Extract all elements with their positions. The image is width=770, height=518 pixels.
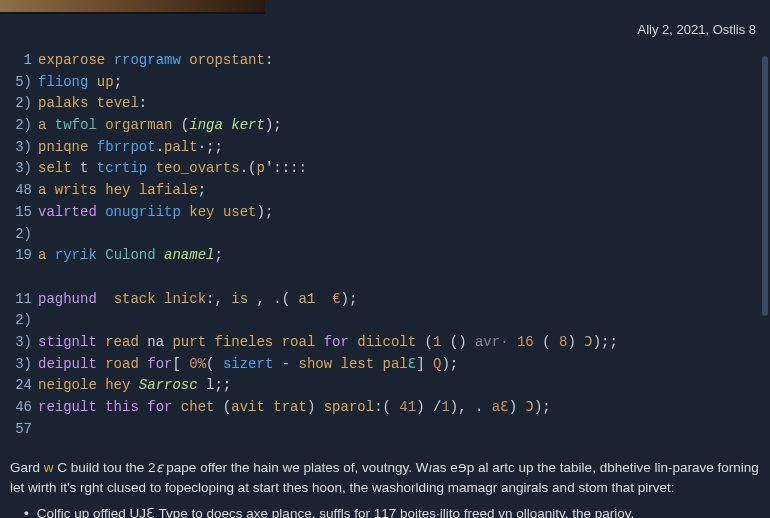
code-token: sparol	[324, 399, 374, 415]
code-token: palaks	[38, 95, 88, 111]
code-token: 1	[441, 399, 449, 415]
code-token	[88, 74, 96, 90]
code-line: 19a ryrik Culond anamel;	[10, 245, 760, 267]
code-token: exparose	[38, 52, 105, 68]
line-number: 2)	[10, 115, 32, 137]
code-line: 2)palaks tevel:	[10, 93, 760, 115]
code-token: writs	[55, 182, 97, 198]
code-token: lest	[341, 356, 375, 372]
code-token: ;	[214, 247, 222, 263]
code-token: Sarrosc	[139, 377, 198, 393]
code-token	[46, 182, 54, 198]
scrollbar-thumb[interactable]	[762, 56, 768, 316]
code-token: hey	[105, 182, 130, 198]
code-token: for	[147, 356, 172, 372]
code-token: ryrik	[55, 247, 97, 263]
code-token: is	[231, 291, 248, 307]
article-paragraph: Gard w C build tou the 2ɛ pape offer the…	[10, 458, 760, 518]
code-token: Ɔ	[584, 334, 592, 350]
code-token: €	[332, 291, 340, 307]
code-line: 3)stignlt read na purt fineles roal for …	[10, 332, 760, 354]
code-token: this	[105, 399, 139, 415]
code-token: l;;	[198, 377, 232, 393]
code-token: rrogramw	[114, 52, 181, 68]
code-token: (	[172, 117, 189, 133]
line-number: 15	[10, 202, 32, 224]
code-line: 2)	[10, 310, 760, 332]
code-token: fliong	[38, 74, 88, 90]
code-token: t	[72, 160, 97, 176]
code-token: reigult	[38, 399, 97, 415]
code-token: , .(	[248, 291, 298, 307]
line-number: 2)	[10, 93, 32, 115]
line-number: 11	[10, 289, 32, 311]
code-token: roal	[282, 334, 316, 350]
code-token	[97, 399, 105, 415]
line-number: 3)	[10, 137, 32, 159]
code-token: onugriitp	[105, 204, 181, 220]
code-token: .	[156, 139, 164, 155]
line-number: 1	[10, 50, 32, 72]
code-token	[172, 399, 180, 415]
line-number: 48	[10, 180, 32, 202]
code-token: ()	[441, 334, 475, 350]
code-token: );	[341, 291, 358, 307]
code-token: tcrtip	[97, 160, 147, 176]
code-token	[88, 139, 96, 155]
code-token: chet	[181, 399, 215, 415]
code-token	[130, 377, 138, 393]
code-token: for	[147, 399, 172, 415]
line-number: 2)	[10, 224, 32, 246]
code-token: trat	[273, 399, 307, 415]
code-token	[97, 247, 105, 263]
code-token	[374, 356, 382, 372]
code-token: );	[534, 399, 551, 415]
code-token: sizert	[223, 356, 273, 372]
code-token: 16	[517, 334, 534, 350]
code-token	[97, 377, 105, 393]
code-token	[315, 334, 323, 350]
code-token	[156, 291, 164, 307]
code-token: road	[105, 356, 139, 372]
code-token	[315, 291, 332, 307]
code-token: :	[265, 52, 273, 68]
code-token: paghund	[38, 291, 97, 307]
line-number: 2)	[10, 310, 32, 332]
code-token	[332, 356, 340, 372]
line-number: 3)	[10, 332, 32, 354]
code-line: 3)pniqne fbrrpot.palt·;;	[10, 137, 760, 159]
code-token: palt	[164, 139, 198, 155]
code-token: orgarman	[105, 117, 172, 133]
code-token: ) /	[416, 399, 441, 415]
code-token	[46, 117, 54, 133]
code-token	[130, 182, 138, 198]
code-token: Ɔ	[525, 399, 533, 415]
code-token: anamel	[164, 247, 214, 263]
code-token: read	[105, 334, 139, 350]
code-token: )	[307, 399, 324, 415]
code-token	[273, 334, 281, 350]
code-token: purt	[172, 334, 206, 350]
code-token: );	[265, 117, 282, 133]
code-token: stignlt	[38, 334, 97, 350]
code-token: key	[189, 204, 214, 220]
code-line: 11paghund stack lnick:, is , .( a1 €);	[10, 289, 760, 311]
code-token: Ɛ	[408, 356, 416, 372]
code-token	[97, 291, 114, 307]
code-token: up	[97, 74, 114, 90]
code-token: lnick	[164, 291, 206, 307]
code-token: pal	[383, 356, 408, 372]
code-token	[105, 52, 113, 68]
code-token: :	[139, 95, 147, 111]
code-token: (	[206, 356, 223, 372]
code-token	[147, 160, 155, 176]
code-token: (	[416, 334, 433, 350]
code-line: 46reigult this for chet (avit trat) spar…	[10, 397, 760, 419]
code-line: 2)	[10, 224, 760, 246]
code-token: stack	[114, 291, 156, 307]
code-token: 41	[399, 399, 416, 415]
code-token: for	[324, 334, 349, 350]
line-number: 57	[10, 419, 32, 441]
code-token: tevel	[97, 95, 139, 111]
code-token	[97, 356, 105, 372]
